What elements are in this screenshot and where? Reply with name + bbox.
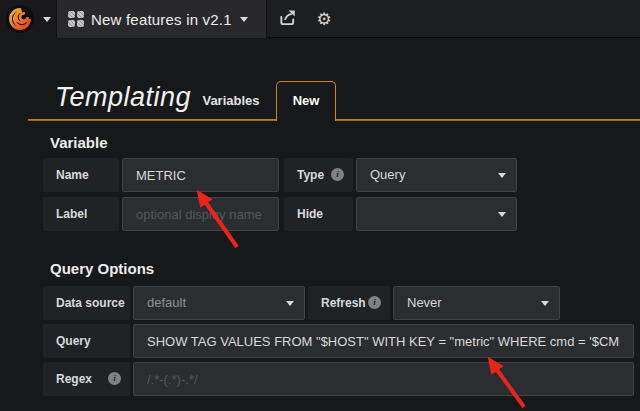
refresh-select-value: Never [407, 295, 442, 310]
query-input[interactable] [133, 324, 634, 358]
hide-label: Hide [284, 197, 353, 231]
chevron-down-icon [541, 301, 549, 306]
info-icon[interactable]: i [331, 168, 344, 181]
query-options-heading: Query Options [50, 260, 154, 277]
dashboard-title-button[interactable]: New features in v2.1 [57, 0, 267, 38]
query-label: Query [43, 324, 130, 358]
settings-button[interactable]: ⚙ [308, 0, 340, 38]
chevron-down-icon [498, 212, 506, 217]
label-input[interactable] [122, 197, 279, 231]
topbar: New features in v2.1 ⚙ [0, 0, 640, 38]
data-source-select-value: default [147, 295, 186, 310]
type-label-text: Type [297, 168, 324, 182]
regex-label: Regex i [43, 362, 130, 396]
grafana-menu-button[interactable] [0, 0, 57, 38]
tab-variables[interactable]: Variables [194, 90, 268, 112]
type-select-value: Query [370, 167, 405, 182]
share-button[interactable] [270, 0, 304, 38]
chevron-down-icon [240, 17, 248, 22]
dashboard-title: New features in v2.1 [91, 11, 232, 28]
type-label: Type i [284, 158, 353, 192]
grafana-templating-page: New features in v2.1 ⚙ Templating Variab… [0, 0, 640, 411]
info-icon[interactable]: i [368, 296, 381, 309]
refresh-label-text: Refresh [321, 296, 366, 310]
grafana-logo-icon [6, 5, 34, 33]
type-select[interactable]: Query [356, 158, 517, 192]
share-icon [278, 8, 297, 31]
tab-new[interactable]: New [276, 81, 336, 121]
chevron-down-icon [498, 173, 506, 178]
info-icon[interactable]: i [108, 372, 121, 385]
regex-label-text: Regex [56, 372, 92, 386]
label-label: Label [43, 197, 119, 231]
gear-icon: ⚙ [316, 11, 331, 28]
chevron-down-icon [43, 17, 51, 22]
refresh-select[interactable]: Never [393, 286, 560, 320]
regex-input[interactable] [133, 362, 634, 396]
chevron-down-icon [286, 301, 294, 306]
name-label: Name [43, 158, 119, 192]
data-source-select[interactable]: default [133, 286, 305, 320]
name-input[interactable] [122, 158, 279, 192]
variable-section-heading: Variable [50, 134, 108, 151]
dashboard-grid-icon [68, 11, 84, 27]
refresh-label: Refresh i [308, 286, 390, 320]
hide-select[interactable] [356, 197, 517, 231]
page-title: Templating [55, 82, 191, 113]
data-source-label: Data source [43, 286, 130, 320]
